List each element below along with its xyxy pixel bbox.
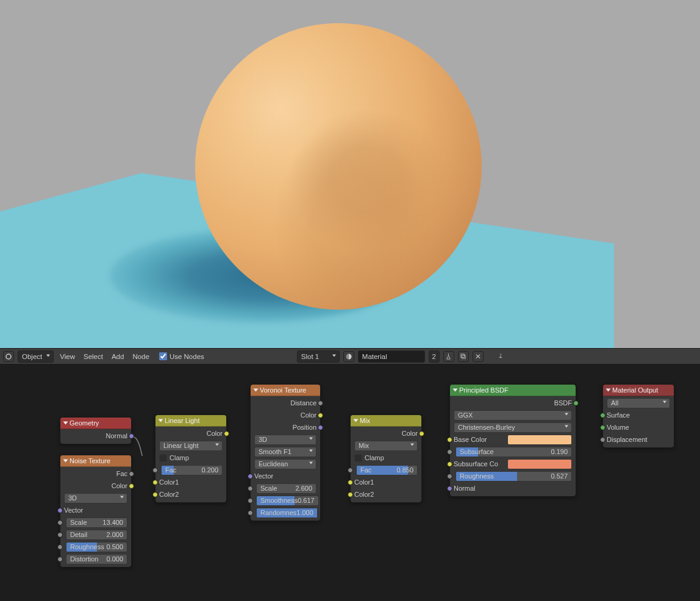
socket-dot[interactable] [447, 486, 452, 491]
voronoi-smoothness[interactable]: Smoothness0.617 [256, 496, 319, 506]
noise-roughness[interactable]: Roughness0.500 [66, 542, 127, 552]
clamp-label: Clamp [365, 454, 384, 461]
use-nodes-toggle[interactable]: Use Nodes [159, 352, 204, 360]
node-principled-bsdf[interactable]: Principled BSDF BSDF GGX Christensen-Bur… [449, 384, 576, 497]
node-title[interactable]: Material Output [603, 385, 674, 396]
blend-mode[interactable]: Linear Light [159, 441, 223, 451]
socket-dot[interactable] [600, 413, 605, 418]
socket-vector: Vector [64, 507, 83, 514]
socket-dot[interactable] [129, 433, 134, 439]
menu-select[interactable]: Select [81, 353, 105, 360]
subsurface-color-swatch[interactable] [507, 459, 572, 469]
node-title[interactable]: Mix [351, 415, 421, 427]
socket-dot[interactable] [57, 532, 63, 538]
node-geometry[interactable]: Geometry Normal [60, 417, 132, 444]
voronoi-metric[interactable]: Euclidean [254, 459, 316, 469]
socket-dot[interactable] [447, 474, 452, 479]
socket-dot[interactable] [600, 425, 605, 430]
node-title[interactable]: Voronoi Texture [251, 385, 320, 396]
use-nodes-checkbox[interactable] [159, 352, 167, 360]
node-title[interactable]: Principled BSDF [450, 385, 576, 396]
socket-dot[interactable] [129, 483, 134, 489]
noise-distortion[interactable]: Distortion0.000 [66, 554, 127, 564]
socket-dot[interactable] [248, 486, 253, 491]
menu-view[interactable]: View [57, 353, 77, 360]
socket-normal: Normal [454, 485, 475, 492]
noise-scale[interactable]: Scale13.400 [66, 517, 127, 528]
socket-dot[interactable] [600, 437, 605, 443]
mix-blend[interactable]: Mix [354, 441, 418, 451]
node-title[interactable]: Linear Light [155, 415, 226, 427]
socket-dot[interactable] [152, 480, 158, 485]
socket-color: Color [402, 430, 418, 437]
bsdf-sss-method[interactable]: Christensen-Burley [454, 422, 572, 433]
node-title[interactable]: Geometry [60, 418, 131, 429]
fake-user-icon[interactable] [443, 351, 454, 362]
voronoi-scale[interactable]: Scale2.600 [256, 483, 316, 494]
node-material-output[interactable]: Material Output All Surface Volume Displ… [602, 384, 674, 448]
noise-detail[interactable]: Detail2.000 [66, 530, 127, 540]
socket-color: Color [207, 430, 223, 437]
socket-dot[interactable] [152, 468, 158, 473]
node-voronoi-texture[interactable]: Voronoi Texture Distance Color Position … [250, 384, 321, 521]
menu-add[interactable]: Add [109, 353, 126, 360]
viewport-3d[interactable] [0, 0, 700, 348]
base-color-label: Base Color [454, 436, 504, 443]
socket-dot[interactable] [129, 471, 134, 477]
material-name-field[interactable]: Material [358, 350, 425, 363]
node-editor[interactable]: Geometry Normal Noise Texture Fac Color … [0, 365, 700, 601]
socket-dot[interactable] [348, 492, 353, 497]
interaction-mode[interactable]: Object [18, 350, 54, 363]
node-mix[interactable]: Mix Color Mix Clamp Fac0.850 Color1 Colo… [350, 414, 422, 503]
bsdf-roughness[interactable]: Roughness0.527 [455, 471, 572, 482]
voronoi-dim[interactable]: 3D [254, 435, 316, 445]
mix-clamp-check[interactable] [354, 454, 362, 462]
socket-dot[interactable] [57, 544, 63, 550]
socket-dot[interactable] [348, 468, 353, 473]
socket-dot[interactable] [248, 474, 253, 479]
mix-fac[interactable]: Fac0.850 [356, 465, 418, 475]
pin-icon[interactable] [495, 351, 505, 362]
base-color-swatch[interactable] [507, 435, 572, 445]
socket-dot[interactable] [318, 413, 323, 418]
socket-dot[interactable] [57, 557, 63, 562]
socket-dot[interactable] [248, 510, 253, 516]
linear-fac[interactable]: Fac0.200 [161, 465, 223, 475]
browse-material-icon[interactable] [343, 351, 354, 362]
socket-dot[interactable] [224, 431, 229, 436]
unlink-icon[interactable]: ✕ [473, 351, 484, 362]
socket-color2: Color2 [159, 491, 179, 498]
socket-dot[interactable] [419, 431, 424, 436]
socket-dot[interactable] [248, 498, 253, 503]
socket-dot[interactable] [348, 480, 353, 485]
socket-surface: Surface [607, 411, 630, 419]
socket-distance: Distance [290, 399, 316, 407]
noise-dim[interactable]: 3D [64, 493, 127, 503]
bsdf-distribution[interactable]: GGX [454, 410, 572, 421]
socket-dot[interactable] [447, 437, 452, 443]
menu-node[interactable]: Node [130, 353, 152, 360]
node-title[interactable]: Noise Texture [60, 455, 131, 467]
socket-dot[interactable] [57, 520, 63, 525]
clamp-check[interactable] [159, 454, 167, 462]
socket-dot[interactable] [447, 461, 452, 467]
voronoi-randomness[interactable]: Randomnes1.000 [256, 508, 318, 518]
material-slot[interactable]: Slot 1 [297, 350, 340, 363]
clamp-label: Clamp [170, 454, 189, 461]
duplicate-icon[interactable] [458, 351, 469, 362]
editor-type-icon[interactable] [3, 351, 14, 362]
material-users[interactable]: 2 [429, 350, 440, 363]
socket-dot[interactable] [57, 508, 63, 513]
socket-normal: Normal [106, 432, 127, 439]
socket-dot[interactable] [573, 400, 579, 406]
node-noise-texture[interactable]: Noise Texture Fac Color 3D Vector Scale1… [60, 455, 132, 567]
socket-dot[interactable] [447, 449, 452, 455]
socket-dot[interactable] [152, 492, 158, 497]
bsdf-subsurface[interactable]: Subsurface0.190 [455, 447, 572, 457]
output-target[interactable]: All [607, 398, 670, 408]
socket-dot[interactable] [318, 400, 323, 406]
socket-dot[interactable] [318, 425, 323, 430]
node-linear-light[interactable]: Linear Light Color Linear Light Clamp Fa… [155, 414, 227, 503]
svg-rect-3 [462, 355, 466, 359]
voronoi-feature[interactable]: Smooth F1 [254, 447, 316, 457]
